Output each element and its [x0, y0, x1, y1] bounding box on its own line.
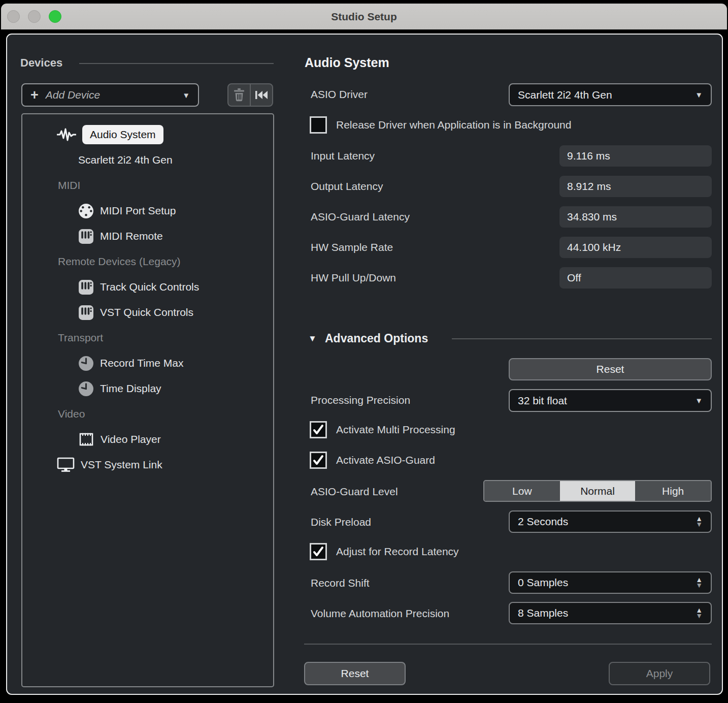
release-driver-label: Release Driver when Application is in Ba… — [336, 119, 571, 131]
record-shift-label: Record Shift — [311, 577, 370, 589]
checkmark-icon — [312, 454, 324, 466]
tree-item-label: MIDI Port Setup — [100, 205, 176, 217]
release-driver-checkbox[interactable] — [310, 116, 327, 134]
hw-sample-rate-value: 44.100 kHz — [559, 237, 712, 258]
asio-guard-latency-label: ASIO-Guard Latency — [311, 211, 410, 223]
tree-item-scarlett-2i2[interactable]: Scarlett 2i2 4th Gen — [78, 147, 173, 173]
film-icon — [78, 432, 94, 447]
output-latency-value: 8.912 ms — [559, 176, 712, 197]
multi-processing-checkbox[interactable] — [310, 421, 327, 438]
tree-item-midi-port-setup[interactable]: MIDI Port Setup — [78, 198, 176, 223]
tree-item-vst-quick-controls[interactable]: VST Quick Controls — [78, 300, 193, 325]
tree-section-transport: Transport — [58, 325, 103, 350]
input-latency-value: 9.116 ms — [559, 145, 712, 167]
spinner-icon[interactable]: ▲ ▼ — [696, 577, 703, 588]
tree-item-label: MIDI Remote — [100, 230, 163, 242]
input-latency-label: Input Latency — [311, 150, 375, 162]
adjust-record-latency-checkbox-row[interactable]: Adjust for Record Latency — [310, 543, 459, 560]
tree-item-time-display[interactable]: Time Display — [78, 376, 161, 401]
chevron-down-icon: ▼ — [695, 396, 703, 405]
clock-icon — [78, 381, 94, 397]
asio-guard-level-label: ASIO-Guard Level — [311, 486, 398, 498]
asio-guard-level-option-high[interactable]: High — [635, 481, 711, 501]
midi-din-icon — [78, 203, 94, 219]
spinner-down-icon[interactable]: ▼ — [696, 613, 703, 619]
tree-item-label: Track Quick Controls — [100, 281, 199, 293]
tree-section-remote-devices-legacy: Remote Devices (Legacy) — [58, 249, 181, 274]
advanced-reset-button[interactable]: Reset — [509, 358, 712, 380]
reset-button[interactable]: Reset — [304, 662, 406, 685]
processing-precision-value: 32 bit float — [518, 395, 567, 407]
tree-item-record-time-max[interactable]: Record Time Max — [78, 350, 184, 376]
asio-guard-latency-value: 34.830 ms — [559, 206, 712, 228]
spinner-icon[interactable]: ▲ ▼ — [696, 608, 703, 619]
advanced-options-header[interactable]: Advanced Options — [325, 332, 428, 345]
tree-item-midi-remote[interactable]: MIDI Remote — [78, 223, 163, 249]
hw-sample-rate-label: HW Sample Rate — [311, 241, 393, 253]
clock-icon — [78, 356, 94, 371]
adjust-record-latency-checkbox[interactable] — [310, 543, 327, 560]
devices-header-rule — [79, 63, 274, 64]
plus-icon: + — [30, 88, 39, 102]
release-driver-checkbox-row[interactable]: Release Driver when Application is in Ba… — [310, 116, 571, 134]
studio-setup-dialog: Devices + Add Device ▼ — [6, 34, 723, 695]
tree-item-label: VST System Link — [81, 459, 162, 471]
delete-device-button[interactable] — [228, 84, 250, 106]
activate-asio-guard-label: Activate ASIO-Guard — [336, 454, 435, 466]
tree-section-video: Video — [58, 401, 85, 427]
tree-item-vst-system-link[interactable]: VST System Link — [57, 452, 162, 477]
window-minimize-button[interactable] — [28, 10, 41, 23]
activate-asio-guard-checkbox-row[interactable]: Activate ASIO-Guard — [310, 452, 435, 469]
advanced-options-rule — [452, 338, 712, 339]
window-zoom-button[interactable] — [49, 10, 61, 23]
window-title: Studio Setup — [331, 11, 397, 23]
tree-section-label: Transport — [58, 332, 103, 344]
activate-asio-guard-checkbox[interactable] — [310, 452, 327, 469]
asio-driver-dropdown[interactable]: Scarlett 2i2 4th Gen ▼ — [509, 83, 712, 106]
tree-item-label: Audio System — [82, 125, 163, 144]
multi-processing-checkbox-row[interactable]: Activate Multi Processing — [310, 421, 455, 438]
asio-guard-level-option-normal[interactable]: Normal — [560, 481, 636, 501]
add-device-button[interactable]: + Add Device ▼ — [21, 83, 199, 107]
spinner-icon[interactable]: ▲ ▼ — [696, 516, 703, 527]
keyboard-icon — [78, 305, 94, 321]
value-text: 34.830 ms — [567, 211, 617, 223]
button-label: Reset — [341, 667, 369, 680]
window-titlebar: Studio Setup — [1, 4, 727, 29]
adjust-record-latency-label: Adjust for Record Latency — [336, 546, 459, 558]
device-toolbar — [227, 83, 273, 107]
tree-section-label: Remote Devices (Legacy) — [58, 255, 181, 268]
trash-icon — [233, 88, 246, 102]
spinner-down-icon[interactable]: ▼ — [696, 583, 703, 588]
tree-item-label: Scarlett 2i2 4th Gen — [78, 154, 173, 166]
spinner-down-icon[interactable]: ▼ — [696, 522, 703, 527]
chevron-down-icon: ▼ — [182, 91, 190, 100]
tree-item-video-player[interactable]: Video Player — [78, 427, 161, 452]
asio-guard-level-option-low[interactable]: Low — [484, 481, 560, 501]
tree-item-label: Time Display — [100, 382, 161, 395]
reset-to-defaults-button[interactable] — [250, 84, 272, 106]
tree-item-audio-system[interactable]: Audio System — [57, 122, 163, 147]
button-label: Reset — [597, 363, 624, 375]
value-text: 8.912 ms — [567, 180, 611, 193]
tree-item-track-quick-controls[interactable]: Track Quick Controls — [78, 274, 199, 300]
skip-back-icon — [254, 90, 269, 100]
value-text: Off — [567, 272, 581, 284]
disk-preload-stepper[interactable]: 2 Seconds ▲ ▼ — [509, 510, 712, 533]
collapse-triangle-icon[interactable]: ▼ — [308, 334, 317, 344]
record-shift-stepper[interactable]: 0 Samples ▲ ▼ — [509, 571, 712, 594]
asio-driver-value: Scarlett 2i2 4th Gen — [518, 89, 612, 101]
device-tree: Audio System Scarlett 2i2 4th Gen MIDI M… — [21, 113, 274, 687]
checkmark-icon — [312, 546, 324, 558]
volume-automation-precision-stepper[interactable]: 8 Samples ▲ ▼ — [509, 602, 712, 624]
tree-section-midi: MIDI — [58, 173, 80, 198]
volume-automation-precision-label: Volume Automation Precision — [311, 608, 449, 620]
waveform-icon — [57, 127, 76, 142]
processing-precision-dropdown[interactable]: 32 bit float ▼ — [509, 389, 712, 412]
keyboard-icon — [78, 279, 94, 295]
tree-item-label: Video Player — [101, 433, 161, 445]
value-text: 9.116 ms — [567, 150, 610, 162]
page-title: Audio System — [305, 55, 389, 70]
apply-button[interactable]: Apply — [609, 662, 710, 685]
window-close-button[interactable] — [7, 10, 20, 23]
